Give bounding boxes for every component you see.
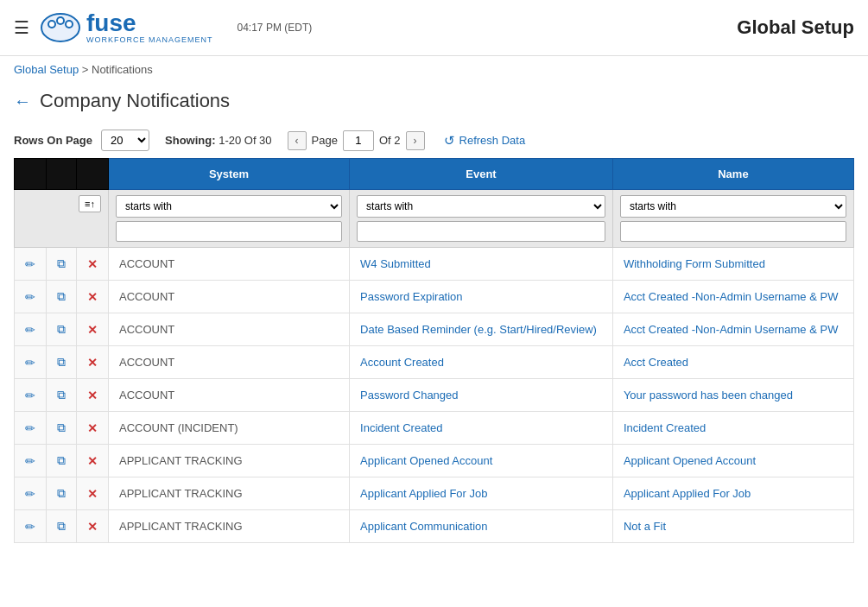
delete-icon-3[interactable]: ✕: [87, 356, 98, 370]
edit-icon-1[interactable]: ✏: [25, 290, 35, 304]
delete-cell-2: ✕: [77, 313, 109, 346]
showing-text: Showing: 1-20 Of 30: [165, 134, 272, 147]
filter-name-input[interactable]: [620, 221, 846, 242]
svg-point-5: [58, 18, 63, 23]
edit-icon-5[interactable]: ✏: [25, 421, 35, 435]
delete-icon-7[interactable]: ✕: [87, 487, 98, 501]
logo-area: fuse WorkForcE MANAGEMENT: [40, 7, 213, 48]
page-title: Company Notifications: [40, 90, 230, 112]
col-event-header: Event: [350, 159, 613, 190]
edit-cell-2: ✏: [15, 313, 47, 346]
delete-icon-8[interactable]: ✕: [87, 520, 98, 534]
prev-page-button[interactable]: ‹: [288, 131, 307, 150]
edit-cell-0: ✏: [15, 248, 47, 281]
showing-label: Showing:: [165, 134, 216, 147]
delete-icon-2[interactable]: ✕: [87, 323, 98, 337]
col-action3: [77, 159, 109, 190]
header-title: Global Setup: [737, 16, 854, 39]
name-cell-3: Acct Created: [612, 346, 853, 379]
rows-per-page-select[interactable]: 20 10 50 100: [101, 130, 149, 151]
delete-icon-6[interactable]: ✕: [87, 454, 98, 468]
edit-icon-2[interactable]: ✏: [25, 323, 35, 337]
edit-icon-8[interactable]: ✏: [25, 520, 35, 534]
event-cell-4: Password Changed: [350, 379, 613, 412]
logo-icon: [40, 7, 81, 48]
of-pages-text: Of 2: [379, 134, 401, 147]
system-cell-6: APPLICANT TRACKING: [109, 445, 350, 477]
filter-system-cell: starts with contains equals: [109, 190, 350, 248]
copy-icon-8[interactable]: ⧉: [57, 519, 66, 533]
copy-icon-5[interactable]: ⧉: [57, 420, 66, 434]
sort-button[interactable]: ≡↑: [79, 195, 101, 212]
delete-icon-4[interactable]: ✕: [87, 389, 98, 402]
delete-icon-1[interactable]: ✕: [87, 290, 98, 304]
edit-cell-4: ✏: [15, 379, 47, 412]
edit-icon-3[interactable]: ✏: [25, 356, 35, 370]
filter-event-select[interactable]: starts with contains equals: [357, 195, 605, 218]
copy-icon-1[interactable]: ⧉: [57, 289, 66, 303]
delete-cell-6: ✕: [77, 445, 109, 477]
edit-icon-4[interactable]: ✏: [25, 389, 35, 402]
svg-point-4: [49, 22, 54, 27]
table-row: ✏ ⧉ ✕ APPLICANT TRACKING Applicant Appli…: [15, 477, 854, 510]
delete-icon-0[interactable]: ✕: [87, 257, 98, 271]
table-header-row: System Event Name: [15, 159, 854, 190]
name-cell-7: Applicant Applied For Job: [612, 477, 853, 510]
event-cell-2: Date Based Reminder (e.g. Start/Hired/Re…: [350, 313, 613, 346]
table-row: ✏ ⧉ ✕ APPLICANT TRACKING Applicant Commu…: [15, 510, 854, 543]
table-row: ✏ ⧉ ✕ ACCOUNT Date Based Reminder (e.g. …: [15, 313, 854, 346]
edit-icon-6[interactable]: ✏: [25, 454, 35, 468]
table-row: ✏ ⧉ ✕ ACCOUNT Password Expiration Acct C…: [15, 281, 854, 313]
breadcrumb-separator: >: [79, 63, 92, 76]
breadcrumb: Global Setup > Notifications: [0, 56, 868, 83]
logo-fuse-text: fuse: [86, 10, 213, 37]
filter-name-cell: starts with contains equals: [612, 190, 853, 248]
copy-icon-3[interactable]: ⧉: [57, 355, 66, 369]
delete-cell-4: ✕: [77, 379, 109, 412]
copy-icon-0[interactable]: ⧉: [57, 256, 66, 270]
refresh-icon: ↺: [444, 133, 455, 149]
logo-workforce-text: WorkForcE MANAGEMENT: [86, 36, 213, 45]
event-cell-3: Account Created: [350, 346, 613, 379]
page-number-input[interactable]: [343, 130, 374, 151]
breadcrumb-parent[interactable]: Global Setup: [14, 63, 79, 76]
filter-event-input[interactable]: [357, 221, 605, 242]
filter-name-select[interactable]: starts with contains equals: [620, 195, 846, 218]
system-cell-4: ACCOUNT: [109, 379, 350, 412]
back-button[interactable]: ←: [14, 92, 31, 111]
notifications-table: System Event Name ≡↑ starts with contain…: [14, 158, 854, 543]
delete-cell-3: ✕: [77, 346, 109, 379]
table-container: System Event Name ≡↑ starts with contain…: [0, 158, 868, 543]
copy-icon-2[interactable]: ⧉: [57, 322, 66, 336]
delete-cell-1: ✕: [77, 281, 109, 313]
filter-system-input[interactable]: [116, 221, 342, 242]
name-cell-2: Acct Created -Non-Admin Username & PW: [612, 313, 853, 346]
copy-cell-1: ⧉: [47, 281, 77, 313]
filter-system-select[interactable]: starts with contains equals: [116, 195, 342, 218]
page-label: Page: [312, 134, 338, 147]
col-action2: [47, 159, 77, 190]
delete-icon-5[interactable]: ✕: [87, 421, 98, 435]
refresh-label: Refresh Data: [459, 134, 526, 147]
edit-icon-7[interactable]: ✏: [25, 487, 35, 501]
copy-icon-4[interactable]: ⧉: [57, 388, 66, 402]
edit-cell-7: ✏: [15, 477, 47, 510]
edit-icon-0[interactable]: ✏: [25, 257, 35, 271]
system-cell-5: ACCOUNT (INCIDENT): [109, 412, 350, 445]
page-title-area: ← Company Notifications: [0, 83, 868, 123]
name-cell-1: Acct Created -Non-Admin Username & PW: [612, 281, 853, 313]
name-cell-5: Incident Created: [612, 412, 853, 445]
filter-action-cell: ≡↑: [15, 190, 109, 248]
copy-icon-7[interactable]: ⧉: [57, 486, 66, 500]
header: ☰ fuse WorkForcE MANAGEMENT 04:17 PM (: [0, 0, 868, 56]
system-cell-2: ACCOUNT: [109, 313, 350, 346]
delete-cell-0: ✕: [77, 248, 109, 281]
event-cell-6: Applicant Opened Account: [350, 445, 613, 477]
copy-icon-6[interactable]: ⧉: [57, 453, 66, 467]
next-page-button[interactable]: ›: [406, 131, 425, 150]
hamburger-icon[interactable]: ☰: [14, 17, 29, 38]
copy-cell-2: ⧉: [47, 313, 77, 346]
system-cell-0: ACCOUNT: [109, 248, 350, 281]
refresh-data-button[interactable]: ↺ Refresh Data: [444, 133, 526, 149]
toolbar: Rows On Page 20 10 50 100 Showing: 1-20 …: [0, 123, 868, 158]
